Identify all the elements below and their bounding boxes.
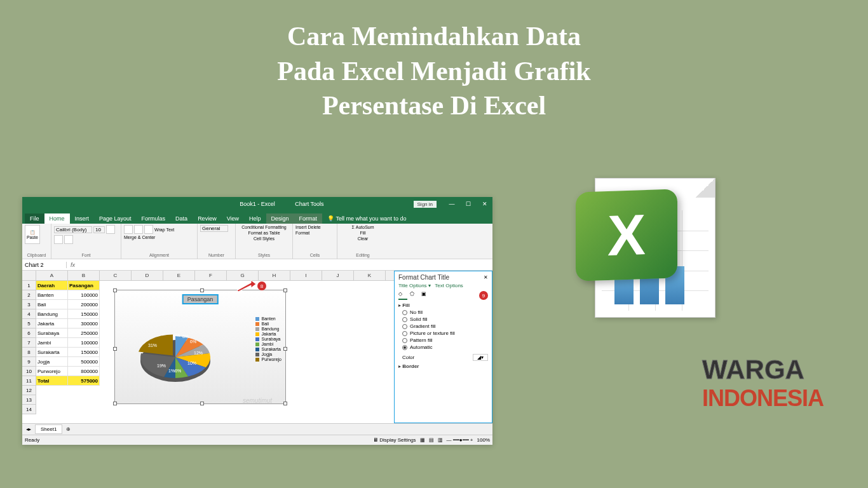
solidfill-radio[interactable] bbox=[402, 317, 407, 322]
col-header[interactable]: F bbox=[195, 271, 227, 280]
italic-button[interactable] bbox=[54, 235, 63, 244]
nofill-radio[interactable] bbox=[402, 310, 407, 315]
cell[interactable]: 250000 bbox=[68, 329, 100, 338]
cell[interactable]: Jambi bbox=[36, 338, 68, 348]
cell[interactable]: Banten bbox=[36, 290, 68, 300]
tab-review[interactable]: Review bbox=[193, 214, 222, 224]
bold-button[interactable] bbox=[106, 225, 115, 234]
close-icon[interactable]: ✕ bbox=[477, 198, 492, 210]
tab-data[interactable]: Data bbox=[170, 214, 193, 224]
col-header[interactable]: D bbox=[132, 271, 163, 280]
align-center-button[interactable] bbox=[134, 225, 143, 234]
underline-button[interactable] bbox=[64, 235, 73, 244]
row-header[interactable]: 9 bbox=[22, 357, 36, 367]
select-all-corner[interactable] bbox=[22, 271, 36, 280]
add-sheet-button[interactable]: ⊕ bbox=[62, 426, 74, 432]
namebox-input[interactable]: Chart 2 bbox=[22, 262, 67, 268]
tellme[interactable]: 💡 Tell me what you want to do bbox=[322, 214, 411, 224]
format-cells-button[interactable]: Format bbox=[295, 231, 309, 235]
col-header[interactable]: A bbox=[36, 271, 68, 280]
cell[interactable]: 500000 bbox=[68, 357, 100, 367]
cell[interactable]: Surakarta bbox=[36, 348, 68, 357]
format-table-button[interactable]: Format as Table bbox=[248, 231, 280, 235]
cell[interactable]: Purworejo bbox=[36, 367, 68, 376]
number-format-selector[interactable]: General bbox=[200, 225, 228, 232]
title-options-tab[interactable]: Title Options bbox=[398, 283, 427, 288]
minimize-icon[interactable]: — bbox=[444, 198, 459, 210]
tab-pagelayout[interactable]: Page Layout bbox=[94, 214, 137, 224]
row-header[interactable]: 1 bbox=[22, 281, 36, 290]
autofill-radio[interactable] bbox=[402, 345, 407, 350]
text-options-tab[interactable]: Text Options bbox=[435, 283, 463, 288]
resize-handle[interactable] bbox=[200, 402, 204, 405]
signin-button[interactable]: Sign in bbox=[414, 201, 437, 208]
resize-handle[interactable] bbox=[113, 347, 117, 351]
cell[interactable]: 100000 bbox=[68, 338, 100, 348]
conditional-formatting-button[interactable]: Conditional Formatting bbox=[241, 225, 286, 229]
row-header[interactable]: 3 bbox=[22, 300, 36, 309]
tab-help[interactable]: Help bbox=[244, 214, 266, 224]
sheet-tab[interactable]: Sheet1 bbox=[35, 424, 62, 434]
row-header[interactable]: 4 bbox=[22, 309, 36, 319]
display-settings-button[interactable]: 🖥 Display Settings bbox=[373, 437, 416, 443]
clear-button[interactable]: Clear bbox=[358, 236, 369, 241]
color-picker-button[interactable]: ◢▾ bbox=[473, 354, 488, 361]
cell[interactable]: 100000 bbox=[68, 290, 100, 300]
merge-button[interactable]: Merge & Center bbox=[124, 235, 155, 240]
sheet-nav-icon[interactable]: ◂▸ bbox=[22, 426, 35, 432]
cell[interactable]: 150000 bbox=[68, 309, 100, 319]
cell[interactable]: Daerah bbox=[36, 281, 68, 290]
row-header[interactable]: 6 bbox=[22, 329, 36, 338]
tab-view[interactable]: View bbox=[222, 214, 244, 224]
cell[interactable]: Jogja bbox=[36, 357, 68, 367]
spreadsheet-grid[interactable]: A B C D E F G H I J K L M N 1DaerahPasan… bbox=[22, 271, 492, 423]
fill-button[interactable]: Fill bbox=[360, 231, 366, 235]
cell[interactable]: 300000 bbox=[68, 319, 100, 329]
font-name-selector[interactable]: Calibri (Body) bbox=[54, 226, 92, 233]
resize-handle[interactable] bbox=[283, 288, 287, 292]
tab-insert[interactable]: Insert bbox=[70, 214, 95, 224]
row-header[interactable]: 8 bbox=[22, 348, 36, 357]
cell[interactable]: Total bbox=[36, 376, 68, 386]
cell[interactable]: 800000 bbox=[68, 367, 100, 376]
picturefill-radio[interactable] bbox=[402, 331, 407, 336]
tab-format[interactable]: Format bbox=[294, 214, 323, 224]
resize-handle[interactable] bbox=[283, 402, 287, 405]
fill-section[interactable]: ▸ Fill bbox=[398, 302, 488, 308]
row-header[interactable]: 14 bbox=[22, 405, 36, 414]
col-header[interactable]: B bbox=[68, 271, 100, 280]
patternfill-radio[interactable] bbox=[402, 338, 407, 343]
pie-chart[interactable]: 4% 8% 6% 12% 10% 6% 1% 19% 31% bbox=[134, 319, 217, 389]
view-pagebreak-icon[interactable]: ▥ bbox=[438, 437, 443, 443]
row-header[interactable]: 7 bbox=[22, 338, 36, 348]
row-header[interactable]: 11 bbox=[22, 376, 36, 386]
cell[interactable]: Bali bbox=[36, 300, 68, 309]
view-pagelayout-icon[interactable]: ▤ bbox=[429, 437, 434, 443]
wrap-text-button[interactable]: Wrap Text bbox=[154, 227, 174, 232]
col-header[interactable]: I bbox=[290, 271, 322, 280]
cell[interactable]: Jakarta bbox=[36, 319, 68, 329]
chart-object[interactable]: 8 Pasangan 4% 8% 6% bbox=[114, 290, 286, 404]
resize-handle[interactable] bbox=[283, 347, 287, 351]
zoom-slider[interactable]: — ━━●━━ + bbox=[447, 437, 473, 443]
autosum-button[interactable]: Σ AutoSum bbox=[351, 225, 374, 229]
insert-cells-button[interactable]: Insert bbox=[295, 225, 307, 229]
tab-home[interactable]: Home bbox=[44, 214, 70, 224]
tab-formulas[interactable]: Formulas bbox=[137, 214, 171, 224]
size-icon[interactable]: ▣ bbox=[421, 291, 430, 300]
row-header[interactable]: 12 bbox=[22, 386, 36, 395]
cell[interactable]: Pasangan bbox=[68, 281, 100, 290]
tab-design[interactable]: Design bbox=[266, 214, 294, 224]
resize-handle[interactable] bbox=[113, 402, 117, 405]
row-header[interactable]: 2 bbox=[22, 290, 36, 300]
maximize-icon[interactable]: ☐ bbox=[461, 198, 476, 210]
cell[interactable]: 200000 bbox=[68, 300, 100, 309]
resize-handle[interactable] bbox=[200, 288, 204, 292]
border-section[interactable]: ▸ Border bbox=[398, 363, 488, 369]
font-size-selector[interactable]: 10 bbox=[93, 226, 105, 233]
paste-button[interactable]: 📋Paste bbox=[25, 225, 40, 244]
cell[interactable]: Bandung bbox=[36, 309, 68, 319]
align-left-button[interactable] bbox=[124, 225, 133, 234]
resize-handle[interactable] bbox=[113, 288, 117, 292]
align-right-button[interactable] bbox=[144, 225, 153, 234]
